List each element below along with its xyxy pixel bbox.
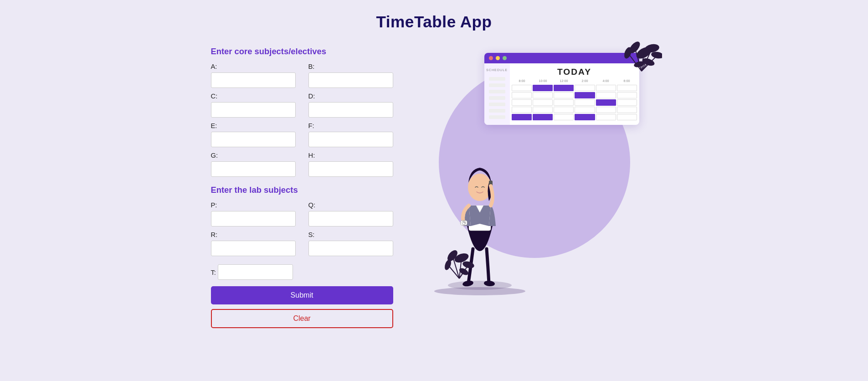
lab-section-heading: Enter the lab subjects xyxy=(211,185,393,195)
cell-5-4 xyxy=(575,114,595,120)
cell-3-3 xyxy=(554,99,574,106)
cell-4-2 xyxy=(533,107,553,113)
cell-4-4 xyxy=(575,107,595,113)
cell-4-1 xyxy=(512,107,532,113)
label-t: T: xyxy=(211,269,216,276)
field-group-a: A: xyxy=(211,63,296,88)
label-d: D: xyxy=(308,93,393,100)
label-e: E: xyxy=(211,122,296,129)
core-fields-grid: A: B: C: D: E: F: xyxy=(211,63,393,177)
time-1200: 12:00 xyxy=(554,79,575,83)
cell-5-3 xyxy=(554,114,574,120)
label-h: H: xyxy=(308,152,393,159)
cell-3-4 xyxy=(575,99,595,106)
field-group-e: E: xyxy=(211,122,296,147)
cell-5-6 xyxy=(617,114,637,120)
cell-1-3 xyxy=(554,85,574,91)
label-a: A: xyxy=(211,63,296,70)
grid-row-4 xyxy=(512,107,637,113)
cell-2-2 xyxy=(533,92,553,98)
field-group-h: H: xyxy=(308,152,393,177)
cell-4-5 xyxy=(596,107,616,113)
cell-4-6 xyxy=(617,107,637,113)
input-h[interactable] xyxy=(308,161,393,177)
field-group-t: T: xyxy=(211,264,393,280)
input-d[interactable] xyxy=(308,102,393,118)
label-g: G: xyxy=(211,152,296,159)
cell-5-5 xyxy=(596,114,616,120)
field-group-q: Q: xyxy=(308,201,393,227)
label-s: S: xyxy=(308,231,393,238)
plant-top-right-icon xyxy=(603,39,662,94)
cell-5-1 xyxy=(512,114,532,120)
illustration-area: SCHEDULE TODAY 8:00 10:00 12:00 xyxy=(421,44,657,308)
field-group-p: P: xyxy=(211,201,296,227)
schedule-sidebar-label: SCHEDULE xyxy=(486,65,508,76)
field-group-d: D: xyxy=(308,93,393,118)
input-q[interactable] xyxy=(308,211,393,227)
cell-3-5 xyxy=(596,99,616,106)
grid-row-3 xyxy=(512,99,637,106)
input-p[interactable] xyxy=(211,211,296,227)
input-a[interactable] xyxy=(211,72,296,88)
input-b[interactable] xyxy=(308,72,393,88)
label-q: Q: xyxy=(308,201,393,209)
cell-1-2 xyxy=(533,85,553,91)
field-group-c: C: xyxy=(211,93,296,118)
input-t[interactable] xyxy=(218,264,293,280)
field-group-s: S: xyxy=(308,231,393,256)
time-1000: 10:00 xyxy=(533,79,554,83)
cell-1-1 xyxy=(512,85,532,91)
main-layout: Enter core subjects/electives A: B: C: D… xyxy=(0,39,868,342)
clear-button[interactable]: Clear xyxy=(211,309,393,328)
cell-3-6 xyxy=(617,99,637,106)
input-c[interactable] xyxy=(211,102,296,118)
input-f[interactable] xyxy=(308,132,393,147)
cell-4-3 xyxy=(554,107,574,113)
time-200: 2:00 xyxy=(575,79,596,83)
lab-fields-grid: P: Q: R: S: xyxy=(211,201,393,256)
time-800: 8:00 xyxy=(512,79,533,83)
label-b: B: xyxy=(308,63,393,70)
input-g[interactable] xyxy=(211,161,296,177)
schedule-sidebar: SCHEDULE xyxy=(484,63,510,125)
input-r[interactable] xyxy=(211,241,296,256)
field-group-r: R: xyxy=(211,231,296,256)
window-dot-red xyxy=(489,56,493,60)
grid-row-5 xyxy=(512,114,637,120)
cell-1-4 xyxy=(575,85,595,91)
input-e[interactable] xyxy=(211,132,296,147)
form-section: Enter core subjects/electives A: B: C: D… xyxy=(211,44,393,328)
label-r: R: xyxy=(211,231,296,238)
field-group-g: G: xyxy=(211,152,296,177)
input-s[interactable] xyxy=(308,241,393,256)
cell-3-2 xyxy=(533,99,553,106)
field-group-b: B: xyxy=(308,63,393,88)
submit-button[interactable]: Submit xyxy=(211,286,393,304)
cell-2-4 xyxy=(575,92,595,98)
label-f: F: xyxy=(308,122,393,129)
label-p: P: xyxy=(211,201,296,209)
cell-3-1 xyxy=(512,99,532,106)
page-title: TimeTable App xyxy=(0,0,868,39)
label-c: C: xyxy=(211,93,296,100)
cell-2-1 xyxy=(512,92,532,98)
cell-2-3 xyxy=(554,92,574,98)
core-section-heading: Enter core subjects/electives xyxy=(211,46,393,57)
plant-bottom-left-icon xyxy=(439,240,480,285)
window-dot-green xyxy=(503,56,507,60)
window-dot-yellow xyxy=(496,56,500,60)
cell-5-2 xyxy=(533,114,553,120)
field-group-f: F: xyxy=(308,122,393,147)
